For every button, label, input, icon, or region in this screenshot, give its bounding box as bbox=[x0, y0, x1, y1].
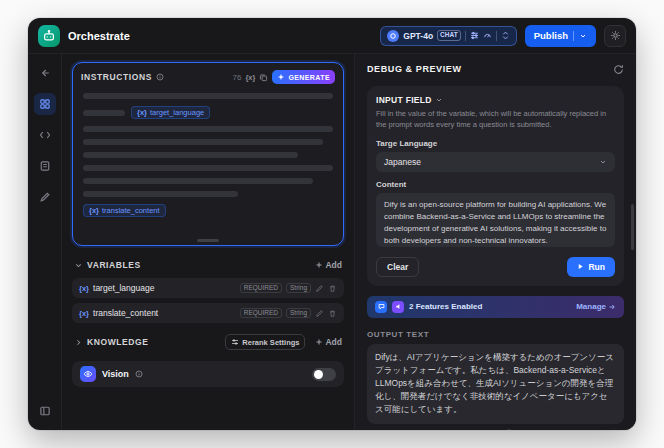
output-section-title: OUTPUT TEXT bbox=[367, 330, 624, 339]
plus-icon bbox=[315, 261, 323, 269]
variables-header: VARIABLES Add bbox=[72, 257, 344, 273]
variable-icon: {x} bbox=[89, 206, 99, 215]
debug-actions: Clear Run bbox=[376, 257, 615, 277]
more-like-this-button[interactable]: More like this bbox=[538, 429, 592, 430]
variable-chip-label: target_language bbox=[150, 108, 204, 117]
sparkle-icon bbox=[277, 73, 285, 81]
model-provider-icon bbox=[387, 30, 399, 42]
app-settings-button[interactable] bbox=[604, 25, 626, 47]
skeleton-line bbox=[83, 178, 313, 184]
speech-button[interactable] bbox=[599, 429, 608, 430]
gauge-icon[interactable] bbox=[483, 31, 492, 40]
swap-model-icon[interactable] bbox=[501, 31, 510, 40]
skeleton-line bbox=[83, 139, 323, 145]
add-label: Add bbox=[325, 337, 342, 347]
instructions-editor[interactable]: INSTRUCTIONS 76 {x} GENERATE bbox=[72, 62, 344, 246]
sliders-icon[interactable] bbox=[470, 31, 479, 40]
robot-icon bbox=[42, 29, 56, 43]
model-mode-badge: CHAT bbox=[437, 30, 461, 41]
orchestrate-panel: INSTRUCTIONS 76 {x} GENERATE bbox=[62, 54, 354, 430]
add-knowledge-button[interactable]: Add bbox=[315, 337, 342, 347]
publish-divider bbox=[573, 31, 574, 41]
variable-row[interactable]: {x} translate_content REQUIRED String bbox=[72, 303, 344, 323]
sidebar-item-annotations[interactable] bbox=[34, 186, 56, 208]
char-count: 76 bbox=[233, 73, 242, 82]
required-badge: REQUIRED bbox=[240, 283, 282, 294]
copy-output-button[interactable] bbox=[615, 429, 624, 430]
resize-handle[interactable] bbox=[197, 239, 219, 242]
variable-chip-label: translate_content bbox=[102, 206, 160, 215]
copy-icon[interactable] bbox=[259, 73, 268, 82]
input-field-toggle[interactable]: INPUT FIELD bbox=[376, 95, 615, 105]
variable-icon: {x} bbox=[79, 284, 89, 293]
type-badge: String bbox=[286, 308, 311, 319]
language-field-label: Targe Language bbox=[376, 139, 615, 148]
arrow-right-icon bbox=[608, 303, 616, 311]
chat-feature-icon bbox=[375, 301, 387, 313]
content-field-label: Content bbox=[376, 180, 615, 189]
chevron-right-icon[interactable] bbox=[74, 338, 83, 347]
clear-button[interactable]: Clear bbox=[376, 257, 419, 277]
variable-chip-target-language[interactable]: {x} target_language bbox=[131, 106, 210, 119]
back-button[interactable] bbox=[34, 62, 56, 84]
features-count-text: 2 Features Enabled bbox=[409, 302, 482, 311]
sparkle-icon bbox=[538, 429, 546, 430]
sidebar-item-api[interactable] bbox=[34, 124, 56, 146]
collapse-panel-button[interactable] bbox=[34, 400, 56, 422]
refresh-icon[interactable] bbox=[613, 64, 624, 75]
run-button[interactable]: Run bbox=[567, 257, 615, 277]
logs-icon bbox=[505, 429, 513, 430]
chevron-down-icon bbox=[579, 32, 587, 40]
output-actions: Logs More like this bbox=[505, 429, 624, 430]
pill-divider bbox=[496, 31, 497, 41]
gear-icon bbox=[610, 30, 621, 41]
type-badge: String bbox=[286, 283, 311, 294]
input-field-description: Fill in the value of the variable, which… bbox=[376, 109, 615, 131]
instructions-header: INSTRUCTIONS 76 {x} GENERATE bbox=[73, 63, 343, 87]
sidebar-item-orchestrate[interactable] bbox=[34, 93, 56, 115]
variable-icon: {x} bbox=[79, 309, 89, 318]
variable-chip-translate-content[interactable]: {x} translate_content bbox=[83, 204, 166, 217]
sliders-icon bbox=[231, 338, 239, 346]
skeleton-line bbox=[83, 165, 333, 171]
main-area: INSTRUCTIONS 76 {x} GENERATE bbox=[28, 54, 636, 430]
rerank-settings-button[interactable]: Rerank Settings bbox=[225, 334, 305, 350]
delete-icon[interactable] bbox=[328, 284, 337, 293]
manage-features-button[interactable]: Manage bbox=[576, 302, 616, 311]
debug-panel: DEBUG & PREVIEW INPUT FIELD Fill in the … bbox=[354, 54, 636, 430]
publish-button[interactable]: Publish bbox=[525, 25, 596, 47]
app-icon bbox=[38, 25, 60, 47]
vision-card: Vision bbox=[72, 361, 344, 387]
delete-icon[interactable] bbox=[328, 309, 337, 318]
variables-title: VARIABLES bbox=[87, 260, 141, 270]
add-label: Add bbox=[325, 260, 342, 270]
more-like-this-label: More like this bbox=[548, 429, 592, 430]
variable-row[interactable]: {x} target_language REQUIRED String bbox=[72, 278, 344, 298]
edit-icon[interactable] bbox=[315, 284, 324, 293]
run-label: Run bbox=[588, 262, 605, 272]
model-selector[interactable]: GPT-4o CHAT bbox=[380, 26, 516, 46]
skeleton-row: {x} target_language bbox=[83, 106, 333, 119]
pill-divider bbox=[465, 31, 466, 41]
debug-header: DEBUG & PREVIEW bbox=[355, 54, 636, 84]
logs-button[interactable]: Logs bbox=[505, 429, 531, 430]
prompt-skeleton: {x} target_language {x} translate_conten… bbox=[73, 87, 343, 223]
debug-body: INPUT FIELD Fill in the value of the var… bbox=[355, 84, 636, 430]
insert-variable-icon[interactable]: {x} bbox=[245, 73, 255, 82]
sidebar-item-logs[interactable] bbox=[34, 155, 56, 177]
generate-button[interactable]: GENERATE bbox=[272, 70, 335, 84]
add-variable-button[interactable]: Add bbox=[315, 260, 342, 270]
publish-label: Publish bbox=[534, 30, 568, 41]
scrollbar-thumb[interactable] bbox=[631, 204, 634, 250]
toggle-knob bbox=[314, 370, 323, 379]
vision-toggle[interactable] bbox=[312, 368, 336, 381]
features-bar[interactable]: 2 Features Enabled Manage bbox=[367, 296, 624, 318]
language-select-value: Japanese bbox=[384, 157, 421, 167]
language-select[interactable]: Japanese bbox=[376, 152, 615, 172]
chevron-down-icon bbox=[599, 158, 607, 166]
chevron-down-icon[interactable] bbox=[74, 261, 83, 270]
vision-label: Vision bbox=[102, 369, 129, 379]
edit-icon[interactable] bbox=[315, 309, 324, 318]
content-textarea[interactable]: Dify is an open-source platform for buil… bbox=[376, 193, 615, 247]
variable-row-meta: REQUIRED String bbox=[240, 283, 337, 294]
